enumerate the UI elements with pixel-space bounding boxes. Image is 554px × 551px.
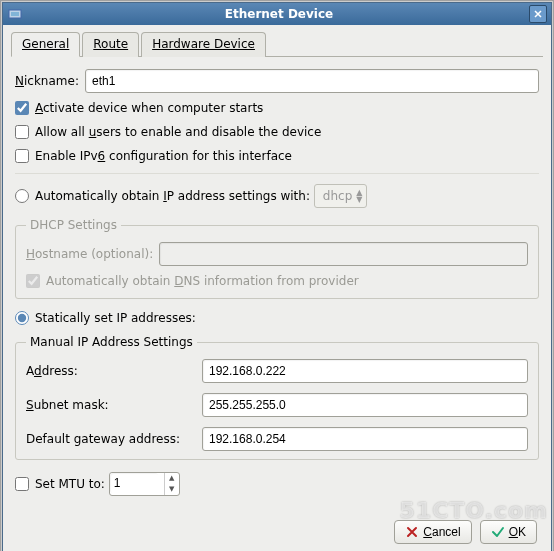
tab-page-general: Nickname: Activate device when computer …	[11, 57, 543, 510]
mtu-spinner[interactable]: ▲ ▼	[109, 472, 180, 496]
mtu-value-input[interactable]	[110, 473, 158, 493]
svg-rect-1	[11, 12, 19, 16]
allow-users-row: Allow all users to enable and disable th…	[15, 125, 539, 139]
tab-general[interactable]: General	[11, 32, 80, 57]
auto-ip-row: Automatically obtain IP address settings…	[15, 184, 539, 208]
manual-ip-group: Manual IP Address Settings Address: Subn…	[15, 335, 539, 460]
static-ip-label: Statically set IP addresses:	[35, 311, 196, 325]
enable-ipv6-row: Enable IPv6 configuration for this inter…	[15, 149, 539, 163]
tab-hardware-device[interactable]: Hardware Device	[141, 32, 266, 57]
ok-button[interactable]: OK	[480, 520, 537, 544]
gateway-label: Default gateway address:	[26, 432, 196, 446]
gateway-input[interactable]	[202, 427, 528, 451]
address-input[interactable]	[202, 359, 528, 383]
activate-on-start-row: Activate device when computer starts	[15, 101, 539, 115]
dhcp-settings-group: DHCP Settings Hostname (optional): Autom…	[15, 218, 539, 299]
ok-icon	[491, 525, 505, 539]
mtu-row: Set MTU to: ▲ ▼	[15, 472, 539, 496]
mtu-label: Set MTU to:	[35, 477, 105, 491]
static-ip-radio[interactable]	[15, 311, 29, 325]
titlebar[interactable]: Ethernet Device	[3, 3, 551, 25]
app-icon	[7, 6, 23, 22]
auto-ip-radio[interactable]	[15, 189, 29, 203]
close-button[interactable]	[529, 5, 547, 23]
auto-ip-label: Automatically obtain IP address settings…	[35, 189, 310, 203]
nickname-label: Nickname:	[15, 74, 79, 88]
allow-users-label: Allow all users to enable and disable th…	[35, 125, 321, 139]
cancel-button[interactable]: Cancel	[394, 520, 471, 544]
manual-ip-legend: Manual IP Address Settings	[26, 335, 197, 349]
content-area: General Route Hardware Device Nickname: …	[3, 25, 551, 551]
auto-dns-label: Automatically obtain DNS information fro…	[46, 274, 359, 288]
dhcp-hostname-label: Hostname (optional):	[26, 247, 153, 261]
nickname-input[interactable]	[85, 69, 539, 93]
dhcp-legend: DHCP Settings	[26, 218, 121, 232]
mtu-up-arrow-icon[interactable]: ▲	[165, 473, 179, 484]
auto-dns-checkbox	[26, 274, 40, 288]
tabs: General Route Hardware Device	[11, 31, 543, 57]
allow-users-checkbox[interactable]	[15, 125, 29, 139]
address-label: Address:	[26, 364, 196, 378]
nickname-row: Nickname:	[15, 69, 539, 93]
enable-ipv6-checkbox[interactable]	[15, 149, 29, 163]
cancel-icon	[405, 525, 419, 539]
dhcp-hostname-input	[159, 242, 528, 266]
subnet-label: Subnet mask:	[26, 398, 196, 412]
ethernet-device-dialog: Ethernet Device General Route Hardware D…	[2, 2, 552, 551]
dialog-footer: Cancel OK	[11, 510, 543, 550]
static-ip-row: Statically set IP addresses:	[15, 311, 539, 325]
tab-route[interactable]: Route	[82, 32, 139, 57]
enable-ipv6-label: Enable IPv6 configuration for this inter…	[35, 149, 292, 163]
auto-ip-method-value: dhcp	[323, 189, 352, 203]
close-icon	[534, 10, 542, 18]
chevron-updown-icon: ▲▼	[356, 189, 362, 203]
activate-on-start-label: Activate device when computer starts	[35, 101, 263, 115]
window-title: Ethernet Device	[29, 7, 529, 21]
mtu-down-arrow-icon[interactable]: ▼	[165, 484, 179, 495]
auto-ip-method-combo: dhcp ▲▼	[314, 184, 368, 208]
activate-on-start-checkbox[interactable]	[15, 101, 29, 115]
subnet-input[interactable]	[202, 393, 528, 417]
mtu-checkbox[interactable]	[15, 477, 29, 491]
